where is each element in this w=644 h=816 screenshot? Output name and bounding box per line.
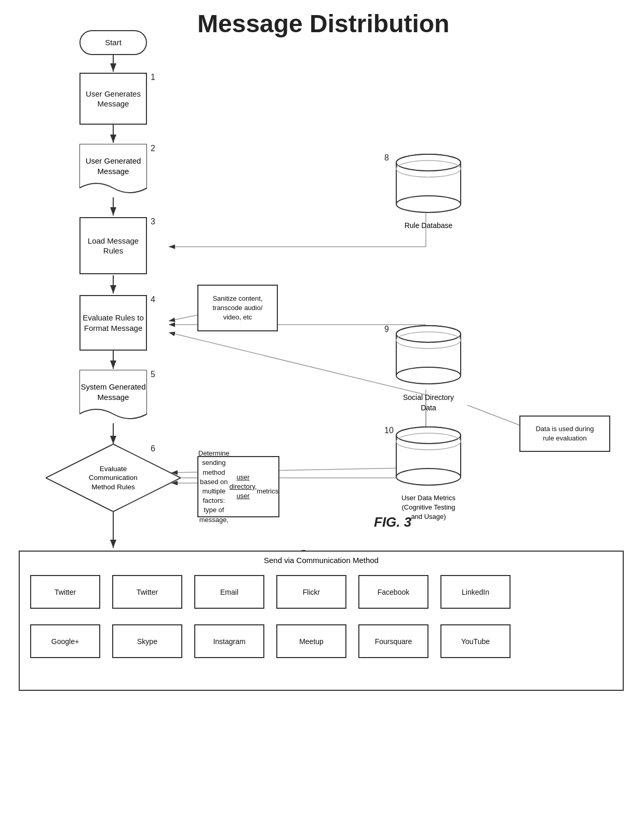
comm-facebook: Facebook <box>358 575 428 609</box>
step6-diamond: EvaluateCommunicationMethod Rules <box>46 444 181 512</box>
comm-skype: Skype <box>112 624 182 658</box>
comm-googleplus: Google+ <box>30 624 100 658</box>
step1-box: User GeneratesMessage <box>79 73 147 125</box>
step4-label: Evaluate Rules toFormat Message <box>83 313 144 333</box>
comm-instagram: Instagram <box>194 624 264 658</box>
fig-label: FIG. 3 <box>374 514 411 530</box>
start-label: Start <box>105 37 122 48</box>
comm-foursquare: Foursquare <box>358 624 428 658</box>
db9-num: 9 <box>384 325 389 334</box>
step3-label: Load Message Rules <box>81 236 146 256</box>
comm-email: Email <box>194 575 264 609</box>
step1-num: 1 <box>151 73 155 82</box>
svg-point-26 <box>396 196 461 212</box>
step3-num: 3 <box>151 217 155 226</box>
comm-youtube: YouTube <box>440 624 511 658</box>
db9-label: Social DirectoryData <box>395 393 462 413</box>
step4-box: Evaluate Rules toFormat Message <box>79 295 147 351</box>
svg-line-13 <box>169 332 426 395</box>
step5-num: 5 <box>151 370 155 379</box>
svg-point-33 <box>396 367 461 384</box>
step5-shape: System GeneratedMessage <box>79 370 147 423</box>
comm-linkedin: LinkedIn <box>440 575 511 609</box>
note-sanitize: Sanitize content,transcode audio/video, … <box>197 285 278 331</box>
db8-label: Rule Database <box>395 221 462 231</box>
page-title: Message Distribution <box>197 9 449 38</box>
step2-num: 2 <box>151 144 155 153</box>
comm-twitter1: Twitter <box>30 575 100 609</box>
step1-label: User GeneratesMessage <box>86 89 141 109</box>
comm-title: Send via Communication Method <box>20 556 623 565</box>
start-shape: Start <box>79 30 147 55</box>
db9-shape <box>395 325 462 387</box>
step4-num: 4 <box>151 295 155 304</box>
note-sending: Determine sendingmethod based onmultiple… <box>197 456 279 517</box>
comm-twitter2: Twitter <box>112 575 182 609</box>
db10-num: 10 <box>384 426 394 435</box>
step2-shape: User GeneratedMessage <box>79 144 147 197</box>
step3-box: Load Message Rules <box>79 217 147 274</box>
comm-meetup: Meetup <box>276 624 346 658</box>
step6-num: 6 <box>151 444 155 453</box>
db8-shape <box>395 153 462 216</box>
db8-num: 8 <box>384 153 389 163</box>
note-data-used: Data is used duringrule evaluation <box>519 416 610 452</box>
comm-flickr: Flickr <box>276 575 346 609</box>
svg-point-40 <box>396 469 461 485</box>
db10-shape <box>395 426 462 488</box>
comm-container: Send via Communication Method Twitter Tw… <box>19 551 624 691</box>
